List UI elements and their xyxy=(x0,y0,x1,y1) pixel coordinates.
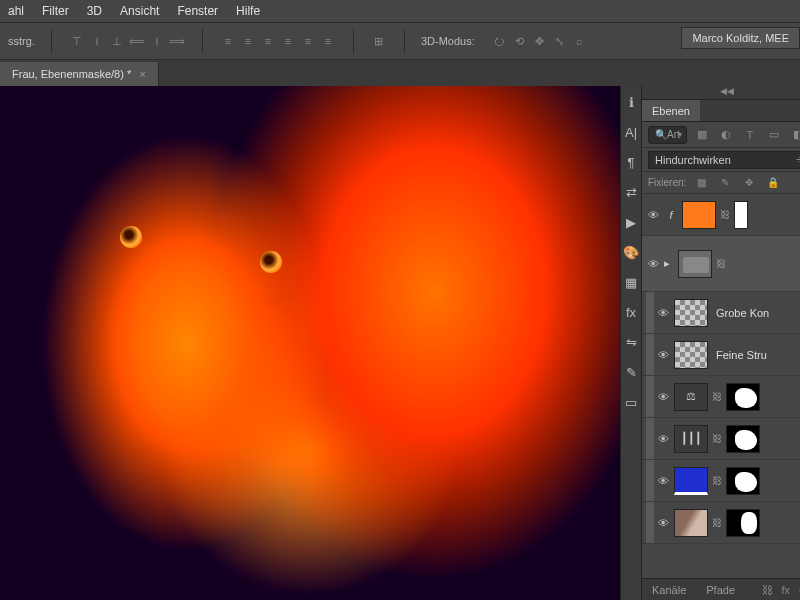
lock-all-icon[interactable]: 🔒 xyxy=(764,174,782,192)
account-button[interactable]: Marco Kolditz, MEE xyxy=(681,27,800,49)
layer-name[interactable]: Feine Stru xyxy=(712,349,800,361)
roll-icon[interactable]: ⟲ xyxy=(511,32,529,50)
align-right-icon[interactable]: ⟹ xyxy=(168,32,186,50)
info-panel-icon[interactable]: ℹ xyxy=(621,92,641,112)
styles-panel-icon[interactable]: fx xyxy=(621,302,641,322)
mask-thumbnail[interactable] xyxy=(726,509,760,537)
layer-row[interactable]: 👁 ⛓ xyxy=(642,502,800,544)
paragraph-panel-icon[interactable]: ¶ xyxy=(621,152,641,172)
collapse-dock-button[interactable]: ◀◀ xyxy=(642,86,800,100)
align-top-icon[interactable]: ⊤ xyxy=(68,32,86,50)
character-panel-icon[interactable]: A| xyxy=(621,122,641,142)
visibility-icon[interactable]: 👁 xyxy=(656,348,670,362)
mask-thumbnail[interactable] xyxy=(726,467,760,495)
visibility-icon[interactable]: 👁 xyxy=(656,390,670,404)
lock-pixels-icon[interactable]: ▩ xyxy=(692,174,710,192)
menu-item[interactable]: ahl xyxy=(8,4,24,18)
visibility-icon[interactable]: 👁 xyxy=(656,432,670,446)
mask-thumbnail[interactable] xyxy=(726,425,760,453)
layer-group-row[interactable]: 👁 ▸ ⛓ xyxy=(642,236,800,292)
visibility-icon[interactable]: 👁 xyxy=(656,516,670,530)
filter-pixel-icon[interactable]: ▩ xyxy=(693,126,711,144)
distribute-icon[interactable]: ≡ xyxy=(239,32,257,50)
adjustments-panel-icon[interactable]: ⇋ xyxy=(621,332,641,352)
fx-icon[interactable]: fx xyxy=(777,581,795,599)
link-icon[interactable]: ⛓ xyxy=(712,391,722,402)
swatches-panel-icon[interactable]: ▦ xyxy=(621,272,641,292)
layer-row[interactable]: 👁 Grobe Kon xyxy=(642,292,800,334)
tab-channels[interactable]: Kanäle xyxy=(642,579,696,600)
brush-panel-icon[interactable]: ✎ xyxy=(621,362,641,382)
lock-brush-icon[interactable]: ✎ xyxy=(716,174,734,192)
close-icon[interactable]: × xyxy=(139,68,145,80)
lock-position-icon[interactable]: ✥ xyxy=(740,174,758,192)
lock-label: Fixieren: xyxy=(648,177,686,188)
layer-row[interactable]: 👁 Feine Stru xyxy=(642,334,800,376)
layer-thumbnail[interactable] xyxy=(674,299,708,327)
visibility-icon[interactable]: 👁 xyxy=(656,306,670,320)
layer-row[interactable]: 👁 ⚖ ⛓ xyxy=(642,376,800,418)
link-layers-icon[interactable]: ⛓ xyxy=(759,581,777,599)
layer-row[interactable]: 👁 ⛓ xyxy=(642,460,800,502)
blend-mode-row: Hindurchwirken xyxy=(642,148,800,172)
menu-item[interactable]: Fenster xyxy=(177,4,218,18)
distribute-icon[interactable]: ≡ xyxy=(319,32,337,50)
link-icon[interactable]: ⛓ xyxy=(712,475,722,486)
tab-paths[interactable]: Pfade xyxy=(696,579,745,600)
tab-layers[interactable]: Ebenen xyxy=(642,100,700,121)
filter-shape-icon[interactable]: ▭ xyxy=(765,126,783,144)
adjust-thumbnail[interactable]: ⚖ xyxy=(674,383,708,411)
visibility-icon[interactable]: 👁 xyxy=(646,257,660,271)
menu-item[interactable]: 3D xyxy=(87,4,102,18)
group-thumbnail[interactable] xyxy=(678,250,712,278)
link-icon[interactable]: ⛓ xyxy=(712,433,722,444)
filter-type-dropdown[interactable]: 🔍 Art xyxy=(648,126,687,144)
actions-panel-icon[interactable]: ▶ xyxy=(621,212,641,232)
disclosure-icon[interactable]: ▸ xyxy=(664,257,674,270)
visibility-icon[interactable]: 👁 xyxy=(656,474,670,488)
mask-icon[interactable]: ◐ xyxy=(795,581,800,599)
distribute-icon[interactable]: ≡ xyxy=(219,32,237,50)
visibility-icon[interactable]: 👁 xyxy=(646,208,660,222)
align-left-icon[interactable]: ⟸ xyxy=(128,32,146,50)
canvas[interactable] xyxy=(0,86,620,600)
menu-item[interactable]: Filter xyxy=(42,4,69,18)
filter-type-icon[interactable]: T xyxy=(741,126,759,144)
navigator-panel-icon[interactable]: ⇄ xyxy=(621,182,641,202)
link-icon[interactable]: ⛓ xyxy=(720,209,730,220)
color-panel-icon[interactable]: 🎨 xyxy=(621,242,641,262)
menu-item[interactable]: Ansicht xyxy=(120,4,159,18)
align-bottom-icon[interactable]: ⊥ xyxy=(108,32,126,50)
document-tab[interactable]: Frau, Ebenenmaske/8) * × xyxy=(0,62,159,86)
link-icon[interactable]: ⛓ xyxy=(712,517,722,528)
distribute-icon[interactable]: ≡ xyxy=(259,32,277,50)
slide-icon[interactable]: ⤡ xyxy=(551,32,569,50)
distribute-icon[interactable]: ≡ xyxy=(279,32,297,50)
layer-row[interactable]: 👁 ┃┃┃ ⛓ xyxy=(642,418,800,460)
link-icon[interactable]: ⛓ xyxy=(716,258,726,269)
adjust-thumbnail[interactable]: ┃┃┃ xyxy=(674,425,708,453)
menu-item[interactable]: Hilfe xyxy=(236,4,260,18)
layer-thumbnail[interactable] xyxy=(674,467,708,495)
clone-panel-icon[interactable]: ▭ xyxy=(621,392,641,412)
blend-mode-select[interactable]: Hindurchwirken xyxy=(648,151,800,169)
pan-icon[interactable]: ✥ xyxy=(531,32,549,50)
document-title: Frau, Ebenenmaske/8) * xyxy=(12,68,131,80)
layer-thumbnail[interactable] xyxy=(682,201,716,229)
align-vcenter-icon[interactable]: ⫲ xyxy=(88,32,106,50)
filter-smart-icon[interactable]: ◧ xyxy=(789,126,800,144)
align-hcenter-icon[interactable]: ⫲ xyxy=(148,32,166,50)
layer-row[interactable]: 👁 f ⛓ xyxy=(642,194,800,236)
separator xyxy=(404,29,405,53)
layer-name[interactable]: Grobe Kon xyxy=(712,307,800,319)
mask-thumbnail[interactable] xyxy=(734,201,748,229)
zoom-icon[interactable]: ⌕ xyxy=(571,32,589,50)
layer-thumbnail[interactable] xyxy=(674,341,708,369)
orbit-icon[interactable]: ⭮ xyxy=(491,32,509,50)
layer-list: 👁 f ⛓ 👁 ▸ ⛓ 👁 xyxy=(642,194,800,578)
mask-thumbnail[interactable] xyxy=(726,383,760,411)
distribute-icon[interactable]: ≡ xyxy=(299,32,317,50)
auto-align-icon[interactable]: ⊞ xyxy=(370,32,388,50)
layer-thumbnail[interactable] xyxy=(674,509,708,537)
filter-adjust-icon[interactable]: ◐ xyxy=(717,126,735,144)
